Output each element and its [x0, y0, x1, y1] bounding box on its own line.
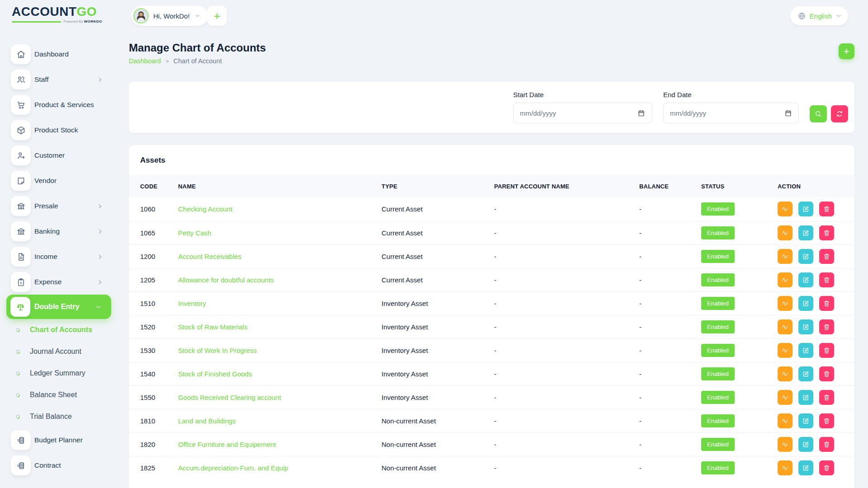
account-type: Current Asset [382, 221, 494, 244]
edit-button[interactable] [798, 413, 813, 428]
delete-button[interactable] [819, 319, 834, 334]
sidebar-item-banking[interactable]: Banking [0, 219, 118, 244]
delete-button[interactable] [819, 249, 834, 264]
transactions-button[interactable] [778, 249, 793, 264]
sidebar-item-product-services[interactable]: Product & Services [0, 92, 118, 117]
sidebar-item-expense[interactable]: $ Expense [0, 269, 118, 295]
sidebar-subitem-trial-balance[interactable]: Trial Balance [0, 406, 118, 427]
transactions-button[interactable] [778, 202, 793, 216]
reset-button[interactable] [831, 105, 848, 122]
edit-button[interactable] [798, 460, 813, 475]
wave-icon [781, 347, 789, 354]
account-name-link[interactable]: Stock of Finished Goods [178, 370, 252, 378]
sidebar-subitem-ledger-summary[interactable]: Ledger Summary [0, 362, 118, 384]
transactions-button[interactable] [778, 319, 793, 334]
delete-button[interactable] [819, 366, 834, 381]
app-logo[interactable]: ACCOUNTGO Powered By WORKDO [12, 5, 102, 23]
transactions-button[interactable] [778, 343, 793, 358]
sidebar-subitem-balance-sheet[interactable]: Balance Sheet [0, 384, 118, 406]
transactions-button[interactable] [778, 413, 793, 428]
note-icon [16, 176, 26, 186]
account-name-link[interactable]: Petty Cash [178, 229, 211, 237]
delete-button[interactable] [819, 296, 834, 311]
edit-button[interactable] [798, 437, 813, 452]
account-name-link[interactable]: Stock of Work In Progress [178, 347, 257, 354]
delete-button[interactable] [819, 202, 834, 216]
transactions-button[interactable] [778, 460, 793, 475]
sidebar-item-dashboard[interactable]: Dashboard [0, 42, 118, 67]
edit-button[interactable] [798, 202, 813, 216]
account-name-link[interactable]: Account Receivables [178, 253, 241, 260]
transactions-button[interactable] [778, 437, 793, 452]
delete-button[interactable] [819, 343, 834, 358]
column-status: STATUS [701, 175, 778, 197]
delete-button[interactable] [819, 460, 834, 475]
transactions-button[interactable] [778, 272, 793, 287]
transactions-button[interactable] [778, 366, 793, 381]
edit-button[interactable] [798, 366, 813, 381]
account-name-link[interactable]: Office Furniture and Equipement [178, 441, 276, 448]
sidebar-item-product-stock[interactable]: Product Stock [0, 117, 118, 143]
edit-button[interactable] [798, 272, 813, 287]
account-name-link[interactable]: Allowance for doubtful accounts [178, 276, 274, 284]
breadcrumb-dashboard-link[interactable]: Dashboard [129, 57, 161, 65]
cart-icon [16, 100, 26, 110]
start-date-placeholder: mm/dd/yyyy [520, 109, 637, 117]
edit-button[interactable] [798, 296, 813, 311]
account-type: Inventory Asset [382, 338, 494, 362]
user-menu[interactable]: Hi, WorkDo! [131, 6, 208, 26]
sidebar-item-presale[interactable]: Presale [0, 193, 118, 219]
edit-button[interactable] [798, 319, 813, 334]
parent-account-name: - [494, 432, 639, 456]
transactions-button[interactable] [778, 225, 793, 240]
transactions-button[interactable] [778, 296, 793, 311]
start-date-input[interactable]: mm/dd/yyyy [513, 103, 652, 123]
sidebar-item-contract[interactable]: $ Contract [0, 453, 118, 478]
sidebar-subitem-chart-of-accounts[interactable]: Chart of Accounts [0, 319, 118, 341]
account-name-link[interactable]: Inventory [178, 300, 206, 307]
sidebar-subitem-journal-account[interactable]: Journal Account [0, 341, 118, 362]
edit-button[interactable] [798, 343, 813, 358]
sidebar-item-budget-planner[interactable]: $ Budget Planner [0, 427, 118, 453]
delete-button[interactable] [819, 390, 834, 405]
create-account-button[interactable]: + [839, 43, 854, 59]
account-type: Non-current Asset [382, 409, 494, 432]
account-name-link[interactable]: Land and Buildings [178, 417, 236, 425]
delete-button[interactable] [819, 413, 834, 428]
section-title: Assets [129, 145, 854, 165]
account-name-link[interactable]: Stock of Raw Materials [178, 323, 247, 331]
quick-add-button[interactable]: + [207, 6, 227, 26]
account-code: 1065 [129, 221, 178, 244]
avatar [133, 8, 149, 23]
account-name-link[interactable]: Accum.depreciation-Furn. and Equip [178, 464, 288, 472]
account-name-link[interactable]: Goods Received Clearing account [178, 394, 281, 401]
svg-text:$: $ [17, 438, 19, 442]
delete-button[interactable] [819, 437, 834, 452]
status-badge: Enabled [701, 273, 735, 286]
table-row: 1510 Inventory Inventory Asset - - Enabl… [129, 291, 854, 315]
calendar-icon[interactable] [784, 109, 792, 117]
calendar-icon[interactable] [637, 109, 645, 117]
delete-button[interactable] [819, 225, 834, 240]
trash-icon [823, 370, 830, 378]
table-row: 1205 Allowance for doubtful accounts Cur… [129, 268, 854, 291]
sidebar-item-staff[interactable]: Staff [0, 67, 118, 92]
account-name-link[interactable]: Checking Account [178, 205, 232, 213]
sidebar-item-income[interactable]: Income [0, 244, 118, 269]
search-button[interactable] [810, 105, 827, 122]
sidebar-item-vendor[interactable]: Vendor [0, 168, 118, 193]
transactions-button[interactable] [778, 390, 793, 405]
edit-button[interactable] [798, 390, 813, 405]
language-selector[interactable]: English [790, 6, 848, 25]
logo-underline [12, 21, 61, 23]
account-balance: - [639, 338, 701, 362]
account-code: 1205 [129, 268, 178, 291]
edit-button[interactable] [798, 225, 813, 240]
edit-button[interactable] [798, 249, 813, 264]
chevron-right-icon [97, 76, 104, 83]
sidebar-item-double-entry[interactable]: Double Entry [6, 295, 111, 319]
delete-button[interactable] [819, 272, 834, 287]
sidebar-item-customer[interactable]: Customer [0, 143, 118, 168]
end-date-input[interactable]: mm/dd/yyyy [663, 103, 799, 123]
chevron-down-icon [835, 13, 842, 19]
